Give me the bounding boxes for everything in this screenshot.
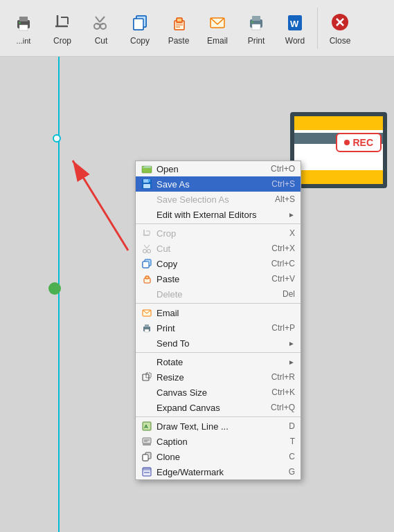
menu-shortcut-cut: Ctrl+X [271,244,295,253]
toolbar-btn-copy[interactable]: Copy [122,6,158,51]
saveas-icon [141,178,152,190]
menu-shortcut-crop: X [289,228,295,238]
svg-rect-1 [19,17,28,21]
edge-watermark-icon [141,466,152,477]
menu-shortcut-clone: C [289,452,295,461]
monitor-yellow-bar-top [294,116,383,130]
toolbar-btn-email[interactable]: Email [199,6,235,51]
print-menu-icon [141,322,152,333]
svg-line-12 [100,17,105,22]
menu-item-resize[interactable]: Resize Ctrl+R [136,369,301,385]
menu-shortcut-paste: Ctrl+V [271,274,295,284]
menu-label-crop: Crop [156,228,176,239]
menu-label-clone: Clone [156,452,180,462]
svg-line-34 [73,160,128,250]
menu-item-caption[interactable]: Caption T [136,434,301,449]
menu-shortcut-save-sel: Alt+S [275,194,295,204]
svg-rect-67 [143,455,148,461]
svg-rect-19 [177,18,182,22]
teal-line [58,57,60,532]
menu-item-draw-text[interactable]: A Draw Text, Line ... D [136,419,301,434]
menu-shortcut-edge-watermark: G [289,467,295,477]
svg-rect-61 [143,438,151,443]
svg-line-46 [144,245,147,248]
toolbar-label-print2: Print [248,36,265,46]
svg-rect-50 [143,262,149,268]
print2-icon [245,11,267,33]
crop-icon [51,11,73,33]
send-to-icon [141,338,152,349]
toolbar-label-copy: Copy [130,36,150,46]
toolbar-btn-cut[interactable]: Cut [83,6,119,51]
menu-item-save-sel: Save Selection As Alt+S [136,192,301,207]
menu-item-paste[interactable]: Paste Ctrl+V [136,271,301,286]
svg-rect-17 [134,19,143,30]
menu-shortcut-copy: Ctrl+C [271,259,295,268]
menu-item-copy[interactable]: Copy Ctrl+C [136,256,301,271]
toolbar-btn-word[interactable]: W Word [277,6,313,51]
menu-item-canvas-size[interactable]: Canvas Size Ctrl+K [136,385,301,400]
menu-label-save-sel: Save Selection As [156,194,229,205]
menu-shortcut-draw-text: D [289,421,295,431]
paste-icon [168,11,190,33]
menu-shortcut-save-as: Ctrl+S [271,179,295,189]
save-sel-icon [141,194,152,205]
green-dot [48,282,61,295]
svg-rect-3 [19,22,21,24]
email-menu-icon [141,307,152,318]
toolbar-btn-paste[interactable]: Paste [161,6,197,51]
rec-badge: REC [336,133,382,152]
menu-item-clone[interactable]: Clone C [136,449,301,464]
menu-label-canvas-size: Canvas Size [156,387,207,398]
expand-canvas-icon [141,402,152,413]
separator-4 [136,416,301,417]
ext-edit-icon [141,209,152,220]
menu-label-draw-text: Draw Text, Line ... [156,421,229,432]
menu-shortcut-resize: Ctrl+R [271,372,295,382]
print-icon [12,12,35,34]
cut-menu-icon [141,243,152,254]
canvas-size-icon [141,387,152,398]
menu-shortcut-expand-canvas: Ctrl+Q [271,403,295,412]
svg-text:A: A [144,423,148,430]
svg-rect-26 [252,24,260,30]
resize-icon [141,372,152,383]
menu-item-rotate[interactable]: Rotate ► [136,354,301,369]
menu-label-caption: Caption [156,437,188,447]
toolbar-label-cut: Cut [95,36,108,46]
email-icon [206,11,229,33]
menu-item-ext-edit[interactable]: Edit with External Editors ► [136,207,301,222]
menu-item-expand-canvas[interactable]: Expand Canvas Ctrl+Q [136,400,301,415]
svg-rect-25 [252,16,260,21]
svg-rect-69 [143,468,151,470]
menu-item-send-to[interactable]: Send To ► [136,336,301,351]
svg-rect-8 [61,17,68,24]
menu-item-save-as[interactable]: Save As Ctrl+S [136,176,301,192]
menu-item-cut: Cut Ctrl+X [136,241,301,256]
menu-shortcut-print: Ctrl+P [271,323,295,333]
copy-menu-icon [141,258,152,269]
menu-item-edge-watermark[interactable]: Edge/Watermark G [136,464,301,479]
toolbar-btn-print2[interactable]: Print [238,6,274,51]
menu-item-email[interactable]: Email [136,305,301,320]
toolbar-separator [317,8,318,49]
toolbar-btn-close[interactable]: Close [322,6,358,51]
svg-line-11 [96,17,100,22]
toolbar-btn-print[interactable]: ...int [6,6,42,51]
svg-rect-37 [143,179,149,183]
monitor-yellow-bar-bottom [294,170,383,184]
menu-item-print[interactable]: Print Ctrl+P [136,320,301,336]
clone-icon [141,451,152,462]
menu-label-resize: Resize [156,372,184,383]
rotate-arrow-icon: ► [288,358,295,366]
svg-point-44 [143,250,147,253]
toolbar-label-email: Email [207,36,228,46]
menu-label-save-as: Save As [156,179,190,190]
svg-rect-2 [19,25,28,30]
menu-item-open[interactable]: Open Ctrl+O [136,161,301,176]
paste-menu-icon [141,273,152,284]
menu-label-edge-watermark: Edge/Watermark [156,467,224,477]
crop-menu-icon [141,228,152,239]
toolbar-btn-crop[interactable]: Crop [44,6,80,51]
svg-rect-39 [148,179,150,182]
